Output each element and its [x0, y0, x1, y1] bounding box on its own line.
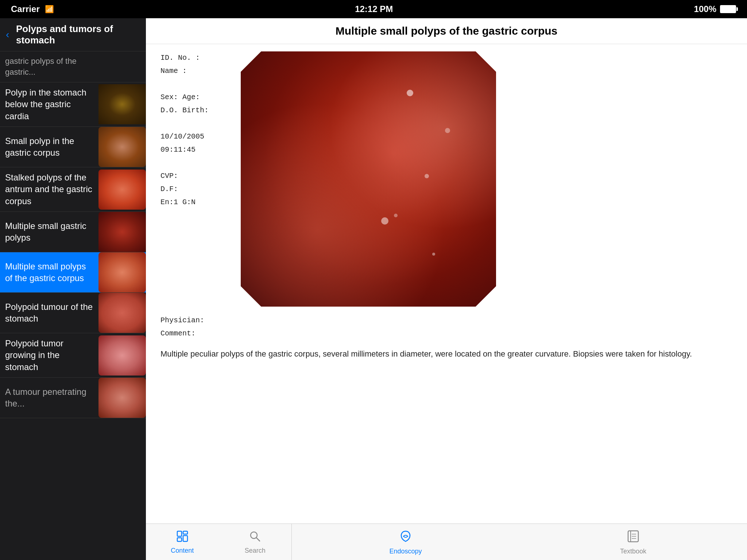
- content-body: ID. No. : Name : Sex: Age: D.O. Birth: 1…: [146, 44, 747, 524]
- list-item-partial-top[interactable]: gastric polyps of thegastric...: [0, 51, 146, 82]
- textbook-tab-label: Textbook: [620, 548, 646, 555]
- list-item-text-6: Polypoid tumour of the stomach: [0, 297, 98, 329]
- list-item-thumb-1: [98, 84, 146, 124]
- svg-rect-2: [183, 536, 187, 541]
- search-tab-label: Search: [245, 547, 266, 555]
- main-area: ‹ Polyps and tumors of stomach gastric p…: [0, 18, 747, 560]
- status-bar: Carrier 📶 12:12 PM 100%: [0, 0, 747, 18]
- battery-icon: [720, 5, 736, 13]
- back-button[interactable]: ‹: [6, 29, 9, 40]
- sidebar-item-6[interactable]: Polypoid tumour of the stomach: [0, 293, 146, 333]
- status-left: Carrier 📶: [11, 4, 54, 14]
- meta-en: En:1 G:N: [160, 196, 233, 209]
- list-item-text-4: Multiple small gastric polyps: [0, 216, 98, 248]
- list-item-thumb-4: [98, 212, 146, 252]
- search-tab-icon: [248, 530, 262, 545]
- meta-time: 09:11:45: [160, 143, 233, 156]
- meta-physician: Physician:: [160, 314, 233, 327]
- content-tab-label: Content: [171, 547, 194, 555]
- endo-panel: ID. No. : Name : Sex: Age: D.O. Birth: 1…: [160, 51, 732, 340]
- sidebar-title: Polyps and tumors of stomach: [16, 23, 140, 46]
- list-item-text-8: A tumour penetrating the...: [0, 382, 98, 414]
- content-area: Multiple small polyps of the gastric cor…: [146, 18, 747, 560]
- list-item-thumb-7: [98, 335, 146, 376]
- meta-name: Name :: [160, 65, 233, 78]
- meta-sex: Sex: Age:: [160, 91, 233, 104]
- wifi-icon: 📶: [45, 5, 54, 13]
- tab-endoscopy[interactable]: Endoscopy: [292, 524, 519, 560]
- tab-content[interactable]: Content: [146, 524, 219, 560]
- tab-bar-right: Endoscopy Textbook: [292, 524, 747, 560]
- meta-df: D.F:: [160, 183, 233, 196]
- list-item-text-2: Small polyp in the gastric corpus: [0, 131, 98, 163]
- meta-id: ID. No. :: [160, 51, 233, 65]
- svg-rect-1: [183, 531, 187, 534]
- sidebar-header: ‹ Polyps and tumors of stomach: [0, 18, 146, 51]
- list-item-text-1: Polyp in the stomach below the gastric c…: [0, 82, 98, 127]
- meta-cvp: CVP:: [160, 170, 233, 183]
- list-item-text-3: Stalked polyps of the antrum and the gas…: [0, 167, 98, 211]
- svg-rect-0: [177, 531, 182, 536]
- sidebar-item-3[interactable]: Stalked polyps of the antrum and the gas…: [0, 167, 146, 212]
- list-item-thumb-3: [98, 170, 146, 210]
- sidebar-item-4[interactable]: Multiple small gastric polyps: [0, 212, 146, 252]
- sidebar-item-2[interactable]: Small polyp in the gastric corpus: [0, 127, 146, 167]
- battery-fill: [721, 6, 735, 12]
- list-item-thumb-5: [98, 252, 146, 292]
- tab-search[interactable]: Search: [219, 524, 292, 560]
- endo-metadata: ID. No. : Name : Sex: Age: D.O. Birth: 1…: [160, 51, 233, 340]
- list-item-thumb-6: [98, 293, 146, 333]
- list-item-text-5: Multiple small polyps of the gastric cor…: [0, 256, 98, 289]
- meta-date: 10/10/2005: [160, 130, 233, 143]
- tab-textbook[interactable]: Textbook: [519, 524, 747, 560]
- sidebar-item-8[interactable]: A tumour penetrating the...: [0, 378, 146, 418]
- description-text: Multiple peculiar polyps of the gastric …: [160, 347, 732, 360]
- list-item-text-partial: gastric polyps of thegastric...: [0, 51, 146, 82]
- endo-image: [241, 51, 496, 307]
- tab-bar: Content Search: [146, 524, 747, 560]
- sidebar-item-5[interactable]: Multiple small polyps of the gastric cor…: [0, 252, 146, 293]
- list-item-thumb-8: [98, 378, 146, 418]
- endoscopy-tab-label: Endoscopy: [389, 548, 422, 555]
- list-item-text-7: Polypoid tumor growing in the stomach: [0, 333, 98, 377]
- sidebar-item-7[interactable]: Polypoid tumor growing in the stomach: [0, 333, 146, 378]
- sidebar-list[interactable]: gastric polyps of thegastric... Polyp in…: [0, 51, 146, 560]
- sidebar-item-1[interactable]: Polyp in the stomach below the gastric c…: [0, 82, 146, 127]
- textbook-tab-icon: [626, 529, 640, 545]
- sidebar: ‹ Polyps and tumors of stomach gastric p…: [0, 18, 146, 560]
- tab-bar-left: Content Search: [146, 524, 292, 560]
- endoscopy-tab-icon: [398, 529, 413, 545]
- meta-comment: Comment:: [160, 327, 233, 340]
- content-tab-icon: [176, 530, 189, 545]
- status-right: 100%: [694, 4, 736, 14]
- status-time: 12:12 PM: [355, 4, 393, 14]
- svg-line-5: [256, 537, 260, 541]
- content-title: Multiple small polyps of the gastric cor…: [153, 25, 740, 37]
- list-item-thumb-2: [98, 127, 146, 167]
- battery-label: 100%: [694, 4, 716, 14]
- endo-image-container: [241, 51, 732, 307]
- svg-rect-3: [177, 538, 182, 541]
- content-header: Multiple small polyps of the gastric cor…: [146, 18, 747, 44]
- carrier-label: Carrier: [11, 4, 40, 14]
- meta-dob: D.O. Birth:: [160, 104, 233, 117]
